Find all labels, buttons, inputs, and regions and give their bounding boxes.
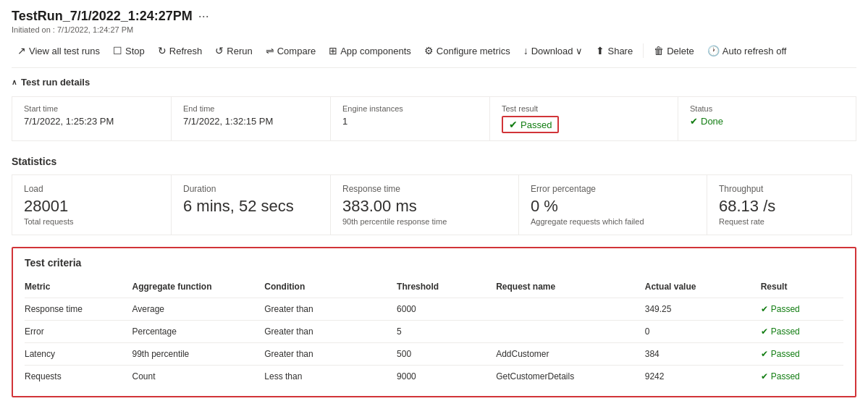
error-percentage-label: Error percentage: [531, 184, 695, 194]
stop-icon: ☐: [113, 45, 122, 56]
condition-cell: Greater than: [264, 343, 397, 366]
download-icon: ↓: [523, 45, 528, 56]
app-components-button[interactable]: ⊞ App components: [323, 41, 417, 60]
engine-instances-value: 1: [342, 116, 478, 127]
check-circle-icon: ✔: [761, 371, 768, 381]
condition-cell: Greater than: [264, 298, 397, 321]
result-cell: ✔ Passed: [761, 321, 843, 343]
request-name-cell: GetCustomerDetails: [496, 366, 645, 388]
duration-value: 6 mins, 52 secs: [183, 197, 319, 216]
col-header-metric: Metric: [25, 277, 132, 298]
start-time-label: Start time: [24, 104, 159, 113]
test-result-cell: Test result ✔ Passed: [490, 97, 678, 140]
view-all-test-runs-button[interactable]: ↗ View all test runs: [12, 41, 106, 60]
page-title: TestRun_7/1/2022_1:24:27PM: [12, 9, 193, 24]
status-label: Status: [690, 104, 812, 113]
engine-instances-label: Engine instances: [342, 104, 478, 113]
condition-cell: Less than: [264, 366, 397, 388]
refresh-button[interactable]: ↻ Refresh: [152, 41, 208, 60]
table-row: Response time Average Greater than 6000 …: [25, 298, 843, 321]
test-run-details-header[interactable]: ∧ Test run details: [12, 77, 856, 88]
chevron-up-icon: ∧: [12, 78, 17, 86]
aggregate-cell: Average: [132, 298, 265, 321]
test-result-label: Test result: [502, 104, 666, 113]
table-row: Latency 99th percentile Greater than 500…: [25, 343, 843, 366]
compare-icon: ⇌: [266, 45, 274, 56]
end-time-value: 7/1/2022, 1:32:15 PM: [183, 116, 319, 127]
criteria-header-row: Metric Aggregate function Condition Thre…: [25, 277, 843, 298]
test-criteria-section: Test criteria Metric Aggregate function …: [12, 247, 856, 397]
share-icon: ⬆: [596, 45, 604, 56]
col-header-threshold: Threshold: [397, 277, 496, 298]
threshold-cell: 6000: [397, 298, 496, 321]
throughput-label: Throughput: [719, 184, 840, 194]
test-criteria-title: Test criteria: [25, 257, 843, 269]
aggregate-cell: Percentage: [132, 321, 265, 343]
response-time-value: 383.00 ms: [342, 197, 507, 216]
page-subtitle: Initiated on : 7/1/2022, 1:24:27 PM: [12, 25, 856, 34]
refresh-icon: ↻: [158, 45, 167, 56]
start-time-cell: Start time 7/1/2022, 1:25:23 PM: [12, 97, 172, 140]
result-cell: ✔ Passed: [761, 343, 843, 366]
delete-icon: 🗑: [654, 45, 664, 56]
passed-badge: ✔ Passed: [502, 116, 559, 133]
stop-button[interactable]: ☐ Stop: [107, 41, 151, 60]
col-header-result: Result: [761, 277, 843, 298]
actual-value-cell: 384: [645, 343, 761, 366]
page-header: TestRun_7/1/2022_1:24:27PM ···: [12, 9, 856, 24]
metric-cell: Latency: [25, 343, 132, 366]
table-row: Requests Count Less than 9000 GetCustome…: [25, 366, 843, 388]
delete-button[interactable]: 🗑 Delete: [648, 41, 700, 60]
eye-icon: ↗: [17, 45, 26, 56]
criteria-table-body: Response time Average Greater than 6000 …: [25, 298, 843, 388]
response-time-label: Response time: [342, 184, 507, 194]
result-label: Passed: [771, 326, 800, 337]
result-label: Passed: [771, 371, 800, 381]
check-circle-icon: ✔: [509, 119, 518, 130]
aggregate-cell: 99th percentile: [132, 343, 265, 366]
load-label: Load: [24, 184, 159, 194]
load-stat-card: Load 28001 Total requests: [12, 174, 172, 235]
engine-instances-cell: Engine instances 1: [331, 97, 490, 140]
request-name-cell: [496, 298, 645, 321]
gear-icon: ⚙: [424, 45, 434, 56]
result-passed-badge: ✔ Passed: [761, 304, 800, 314]
duration-label: Duration: [183, 184, 319, 194]
result-passed-badge: ✔ Passed: [761, 371, 800, 381]
share-button[interactable]: ⬆ Share: [590, 41, 639, 60]
load-value: 28001: [24, 197, 159, 216]
test-result-value: ✔ Passed: [502, 116, 666, 133]
rerun-icon: ↺: [215, 45, 224, 56]
result-cell: ✔ Passed: [761, 366, 843, 388]
throughput-stat-card: Throughput 68.13 /s Request rate: [707, 174, 852, 235]
rerun-button[interactable]: ↺ Rerun: [209, 41, 258, 60]
request-name-cell: [496, 321, 645, 343]
app-components-icon: ⊞: [329, 45, 337, 56]
metric-cell: Requests: [25, 366, 132, 388]
configure-metrics-button[interactable]: ⚙ Configure metrics: [418, 41, 516, 60]
test-run-details-section: ∧ Test run details Start time 7/1/2022, …: [12, 77, 856, 141]
criteria-table-header: Metric Aggregate function Condition Thre…: [25, 277, 843, 298]
load-sublabel: Total requests: [24, 217, 159, 226]
threshold-cell: 5: [397, 321, 496, 343]
check-circle-icon: ✔: [761, 304, 768, 314]
end-time-cell: End time 7/1/2022, 1:32:15 PM: [172, 97, 331, 140]
table-row: Error Percentage Greater than 5 0 ✔ Pass…: [25, 321, 843, 343]
col-header-request-name: Request name: [496, 277, 645, 298]
threshold-cell: 500: [397, 343, 496, 366]
check-circle-icon: ✔: [761, 326, 768, 337]
threshold-cell: 9000: [397, 366, 496, 388]
result-passed-badge: ✔ Passed: [761, 326, 800, 337]
more-options-icon[interactable]: ···: [198, 9, 209, 24]
result-label: Passed: [771, 349, 800, 359]
duration-stat-card: Duration 6 mins, 52 secs: [171, 174, 331, 235]
download-button[interactable]: ↓ Download ∨: [518, 41, 589, 60]
actual-value-cell: 349.25: [645, 298, 761, 321]
compare-button[interactable]: ⇌ Compare: [260, 41, 321, 60]
page-container: TestRun_7/1/2022_1:24:27PM ··· Initiated…: [0, 0, 868, 406]
error-percentage-stat-card: Error percentage 0 % Aggregate requests …: [518, 174, 707, 235]
download-chevron-icon: ∨: [576, 46, 583, 56]
result-label: Passed: [771, 304, 800, 314]
col-header-actual-value: Actual value: [645, 277, 761, 298]
auto-refresh-button[interactable]: 🕐 Auto refresh off: [701, 41, 793, 60]
